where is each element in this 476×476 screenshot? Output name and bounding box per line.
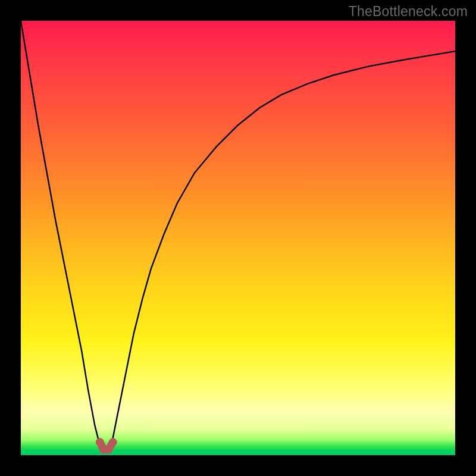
- min-marker: [109, 439, 117, 446]
- min-marker: [96, 439, 104, 446]
- watermark-text: TheBottleneck.com: [349, 4, 468, 20]
- min-marker: [105, 446, 112, 453]
- curve-layer: [21, 21, 455, 455]
- bottleneck-curve: [21, 21, 455, 451]
- plot-area: [21, 21, 455, 455]
- chart-frame: TheBottleneck.com: [0, 0, 476, 476]
